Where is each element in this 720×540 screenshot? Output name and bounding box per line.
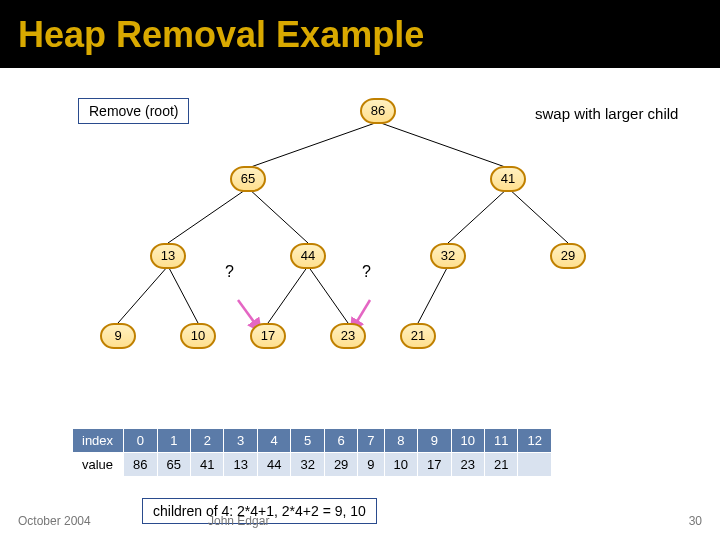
footer-date: October 2004 <box>18 514 91 528</box>
node-44: 44 <box>290 243 326 269</box>
node-9: 9 <box>100 323 136 349</box>
footer: October 2004 John Edgar 30 <box>18 514 702 528</box>
node-65: 65 <box>230 166 266 192</box>
node-23: 23 <box>330 323 366 349</box>
question-right: ? <box>362 263 371 281</box>
node-29: 29 <box>550 243 586 269</box>
node-root: 86 <box>360 98 396 124</box>
table-row: value 86 65 41 13 44 32 29 9 10 17 23 21 <box>73 453 552 477</box>
footer-author: John Edgar <box>208 514 269 528</box>
node-13: 13 <box>150 243 186 269</box>
node-10: 10 <box>180 323 216 349</box>
swap-note: swap with larger child <box>525 101 688 126</box>
node-21: 21 <box>400 323 436 349</box>
index-label: index <box>73 429 124 453</box>
node-41: 41 <box>490 166 526 192</box>
array-table: index 0 1 2 3 4 5 6 7 8 9 10 11 12 value… <box>72 428 552 477</box>
footer-page: 30 <box>689 514 702 528</box>
title-bar: Heap Removal Example <box>0 0 720 68</box>
question-left: ? <box>225 263 234 281</box>
value-label: value <box>73 453 124 477</box>
remove-root-box: Remove (root) <box>78 98 189 124</box>
node-17: 17 <box>250 323 286 349</box>
page-title: Heap Removal Example <box>18 14 702 56</box>
table-row: index 0 1 2 3 4 5 6 7 8 9 10 11 12 <box>73 429 552 453</box>
node-32: 32 <box>430 243 466 269</box>
